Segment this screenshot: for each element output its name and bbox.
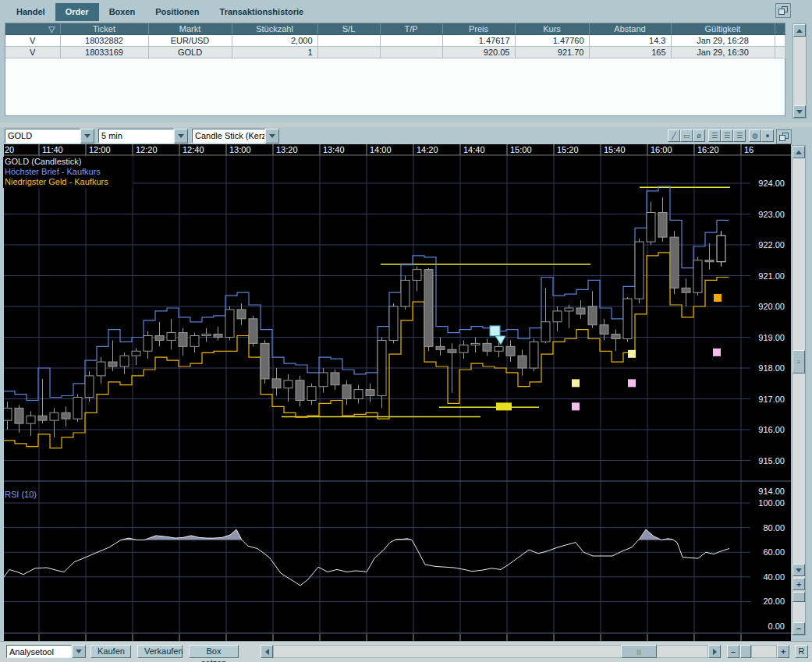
chevron-down-icon[interactable] <box>265 129 279 143</box>
column-sort-header[interactable]: ▽ <box>5 23 60 35</box>
svg-text:16:00: 16:00 <box>651 145 672 154</box>
zoom-out-horizontal-button[interactable]: − <box>727 645 739 658</box>
horizontal-zoom-thumb[interactable] <box>740 645 751 658</box>
scroll-up-icon[interactable] <box>792 146 805 158</box>
symbol-select[interactable]: GOLD <box>5 129 94 143</box>
column-stueckzahl[interactable]: Stückzahl <box>232 23 317 35</box>
clear-drawings-icon[interactable]: ø <box>693 129 705 142</box>
analyse-tool-value: Analysetool <box>6 645 72 658</box>
svg-text:20: 20 <box>5 145 14 154</box>
interval-select-value: 5 min <box>98 129 174 143</box>
row-gueltigkeit: Jan 29, 16:28 <box>671 35 775 47</box>
chart-type-select[interactable]: Candle Stick (Kerze <box>192 129 279 143</box>
svg-text:15:40: 15:40 <box>604 145 626 154</box>
row-stueckzahl: 1 <box>232 47 317 58</box>
row-tp <box>380 35 442 47</box>
row-gueltigkeit: Jan 29, 16:30 <box>671 47 775 58</box>
orders-table: ▽ Ticket Markt Stückzahl S/L T/P Preis K… <box>5 23 785 58</box>
draw-box-icon[interactable]: ▭ <box>680 129 693 142</box>
scroll-up-icon[interactable] <box>793 24 806 37</box>
zoom-out-vertical-button[interactable]: − <box>792 622 805 635</box>
orders-vertical-scrollbar[interactable] <box>792 23 807 119</box>
column-filler <box>775 23 785 35</box>
column-ticket[interactable]: Ticket <box>60 23 148 35</box>
orders-panel: Handel Order Boxen Positionen Transaktio… <box>0 0 812 123</box>
set-box-button[interactable]: Box setzen <box>189 645 239 658</box>
order-row-eurusd[interactable]: V 18032882 EUR/USD 2,000 1.47617 1.47760… <box>5 35 785 47</box>
analyse-tool-select[interactable]: Analysetool <box>6 645 86 660</box>
svg-text:100.00: 100.00 <box>758 498 785 508</box>
bottom-toolbar: Analysetool Kaufen Verkaufen Box setzen … <box>0 641 812 662</box>
svg-text:13:40: 13:40 <box>323 145 345 154</box>
chevron-down-icon[interactable] <box>174 129 188 143</box>
svg-text:80.00: 80.00 <box>763 523 785 533</box>
column-gueltigkeit[interactable]: Gültigkeit <box>671 23 775 35</box>
chevron-down-icon[interactable] <box>80 129 94 143</box>
order-row-gold[interactable]: V 18033169 GOLD 1 920.05 921.70 165 Jan … <box>5 47 785 58</box>
scroll-left-icon[interactable] <box>261 645 273 658</box>
column-abstand[interactable]: Abstand <box>589 23 671 35</box>
svg-text:919.00: 919.00 <box>758 333 785 342</box>
row-filler <box>775 47 785 58</box>
scroll-down-icon[interactable] <box>792 564 805 576</box>
svg-text:923.00: 923.00 <box>758 210 785 219</box>
tab-positionen[interactable]: Positionen <box>145 3 209 21</box>
indicator-list-1-icon[interactable]: ☰ <box>708 129 721 142</box>
svg-text:0.00: 0.00 <box>768 621 785 631</box>
row-flag: V <box>5 47 60 58</box>
tab-transaktionshistorie[interactable]: Transaktionshistorie <box>210 3 314 21</box>
vertical-scroll-thumb[interactable]: ≡ <box>792 350 805 373</box>
svg-text:16: 16 <box>744 145 753 154</box>
svg-text:12:20: 12:20 <box>136 145 158 154</box>
svg-text:921.00: 921.00 <box>758 271 785 281</box>
horizontal-zoom-track[interactable] <box>751 645 777 658</box>
tab-order[interactable]: Order <box>55 3 99 21</box>
reset-button[interactable]: R <box>795 645 808 658</box>
marker-dark-icon[interactable]: ● <box>761 129 774 142</box>
buy-button[interactable]: Kaufen <box>90 645 131 658</box>
column-markt[interactable]: Markt <box>148 23 232 35</box>
svg-text:12:00: 12:00 <box>89 145 111 154</box>
svg-text:924.00: 924.00 <box>758 179 785 188</box>
restore-window-icon[interactable] <box>776 129 792 144</box>
row-ticket: 18032882 <box>60 35 148 47</box>
rsi-label: RSI (10) <box>5 490 37 499</box>
row-abstand: 165 <box>589 47 671 58</box>
horizontal-scroll-thumb[interactable]: ||| <box>621 645 657 658</box>
tab-boxen[interactable]: Boxen <box>99 3 146 21</box>
svg-text:914.00: 914.00 <box>758 487 785 496</box>
vertical-zoom-thumb[interactable] <box>792 592 805 602</box>
zoom-in-vertical-button[interactable]: ＋ <box>792 578 805 590</box>
svg-text:16:20: 16:20 <box>697 145 719 154</box>
chart-panel: GOLD 5 min Candle Stick (Kerze ╱ ▭ ø ☰ ☰… <box>0 127 812 662</box>
sell-button[interactable]: Verkaufen <box>137 645 183 658</box>
interval-select[interactable]: 5 min <box>98 129 188 143</box>
column-sl[interactable]: S/L <box>317 23 380 35</box>
zoom-in-horizontal-button[interactable]: ＋ <box>777 645 789 658</box>
draw-line-icon[interactable]: ╱ <box>668 129 680 142</box>
svg-text:13:20: 13:20 <box>276 145 298 154</box>
column-preis[interactable]: Preis <box>442 23 515 35</box>
indicator-list-3-icon[interactable]: ☰ <box>733 129 746 142</box>
svg-text:GOLD (Candlestick): GOLD (Candlestick) <box>5 157 81 166</box>
row-sl <box>317 47 380 58</box>
svg-text:Höchster Brief - Kaufkurs: Höchster Brief - Kaufkurs <box>5 167 101 176</box>
panel-tabbar: Handel Order Boxen Positionen Transaktio… <box>0 0 812 21</box>
chevron-down-icon[interactable] <box>72 645 86 658</box>
restore-window-icon[interactable] <box>775 3 791 18</box>
chart-vertical-scrollbar[interactable]: ≡ ＋ − <box>792 145 806 635</box>
svg-text:917.00: 917.00 <box>758 395 785 404</box>
column-tp[interactable]: T/P <box>380 23 442 35</box>
indicator-list-2-icon[interactable]: ☰ <box>721 129 733 142</box>
svg-text:15:20: 15:20 <box>557 145 579 154</box>
scroll-right-icon[interactable] <box>708 645 721 658</box>
chart-canvas[interactable]: 2011:4012:0012:2012:4013:0013:2013:4014:… <box>0 144 791 641</box>
svg-text:14:00: 14:00 <box>370 145 392 154</box>
row-stueckzahl: 2,000 <box>232 35 317 47</box>
tab-handel[interactable]: Handel <box>6 3 55 21</box>
row-markt: GOLD <box>148 47 232 58</box>
column-kurs[interactable]: Kurs <box>515 23 589 35</box>
scroll-down-icon[interactable] <box>793 105 806 118</box>
svg-text:918.00: 918.00 <box>758 363 785 373</box>
marker-light-icon[interactable]: ◍ <box>749 129 761 142</box>
